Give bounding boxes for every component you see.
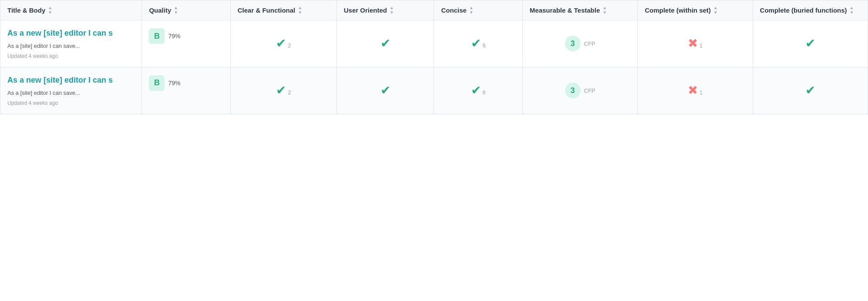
row-title-link[interactable]: As a new [site] editor I can s	[7, 75, 135, 85]
col-header-user[interactable]: User Oriented ▲▼	[336, 0, 434, 20]
row-title-link[interactable]: As a new [site] editor I can s	[7, 28, 135, 38]
cell-title-1: As a new [site] editor I can s As a [sit…	[0, 67, 142, 114]
complete-set-sub-num: 1	[700, 90, 703, 96]
quality-pct: 79%	[168, 33, 180, 40]
cfp-circle: 3	[565, 36, 581, 51]
clear-sub-num: 2	[288, 43, 291, 49]
sort-icon-concise[interactable]: ▲▼	[469, 6, 474, 15]
cell-complete-buried-1: ✔	[753, 67, 868, 114]
col-header-quality[interactable]: Quality ▲▼	[142, 0, 230, 20]
concise-sub-num: 6	[483, 43, 486, 49]
cell-quality-1: B 79%	[142, 67, 230, 114]
sort-icon-complete-buried[interactable]: ▲▼	[850, 6, 854, 15]
header-row: Title & Body ▲▼ Quality ▲▼ Clear & Funct…	[0, 0, 868, 20]
row-updated: Updated 4 weeks ago	[7, 53, 135, 59]
col-title-label: Title & Body	[7, 7, 45, 14]
cell-complete-set-0: ✖ 1	[638, 20, 753, 67]
sort-icon-quality[interactable]: ▲▼	[174, 6, 178, 15]
main-table: Title & Body ▲▼ Quality ▲▼ Clear & Funct…	[0, 0, 868, 114]
cell-user-1: ✔	[336, 67, 434, 114]
cell-quality-0: B 79%	[142, 20, 230, 67]
complete-set-sub-num: 1	[700, 43, 703, 49]
sort-icon-title[interactable]: ▲▼	[48, 6, 52, 15]
cell-concise-0: ✔ 6	[434, 20, 522, 67]
table-row: As a new [site] editor I can s As a [sit…	[0, 20, 868, 67]
cell-complete-buried-0: ✔	[753, 20, 868, 67]
cell-measurable-1: 3 CFP	[522, 67, 637, 114]
grade-badge: B	[149, 75, 165, 91]
quality-pct: 79%	[168, 80, 180, 87]
row-updated: Updated 4 weeks ago	[7, 100, 135, 106]
cross-icon-complete-set: ✖	[688, 37, 698, 50]
col-user-label: User Oriented	[344, 7, 387, 14]
col-header-measurable[interactable]: Measurable & Testable ▲▼	[522, 0, 637, 20]
grade-badge: B	[149, 28, 165, 44]
sort-icon-clear[interactable]: ▲▼	[298, 6, 302, 15]
cfp-label: CFP	[584, 87, 595, 94]
cell-clear-0: ✔ 2	[230, 20, 336, 67]
col-complete-buried-label: Complete (buried functions)	[760, 7, 847, 14]
table-row: As a new [site] editor I can s As a [sit…	[0, 67, 868, 114]
sort-icon-measurable[interactable]: ▲▼	[602, 6, 607, 15]
col-quality-label: Quality	[149, 7, 171, 14]
clear-sub-num: 2	[288, 90, 291, 96]
cell-complete-set-1: ✖ 1	[638, 67, 753, 114]
col-clear-label: Clear & Functional	[238, 7, 296, 14]
row-body-text: As a [site] editor I can save...	[7, 89, 135, 97]
cell-clear-1: ✔ 2	[230, 67, 336, 114]
cfp-label: CFP	[584, 40, 595, 47]
check-icon-clear: ✔	[276, 37, 286, 50]
cross-icon-complete-set: ✖	[688, 84, 698, 97]
cell-measurable-0: 3 CFP	[522, 20, 637, 67]
sort-icon-complete-set[interactable]: ▲▼	[713, 6, 718, 15]
check-icon-complete-buried: ✔	[805, 37, 815, 50]
col-header-concise[interactable]: Concise ▲▼	[434, 0, 522, 20]
check-icon-user: ✔	[380, 37, 390, 50]
check-icon-concise: ✔	[471, 37, 481, 50]
row-body-text: As a [site] editor I can save...	[7, 42, 135, 50]
col-header-title[interactable]: Title & Body ▲▼	[0, 0, 142, 20]
sort-icon-user[interactable]: ▲▼	[390, 6, 394, 15]
col-complete-set-label: Complete (within set)	[645, 7, 711, 14]
concise-sub-num: 6	[483, 90, 486, 96]
cell-title-0: As a new [site] editor I can s As a [sit…	[0, 20, 142, 67]
col-header-complete-buried[interactable]: Complete (buried functions) ▲▼	[753, 0, 868, 20]
col-header-complete-set[interactable]: Complete (within set) ▲▼	[638, 0, 753, 20]
col-concise-label: Concise	[441, 7, 466, 14]
cfp-circle: 3	[565, 83, 581, 98]
cell-concise-1: ✔ 6	[434, 67, 522, 114]
col-measurable-label: Measurable & Testable	[530, 7, 600, 14]
check-icon-concise: ✔	[471, 84, 481, 97]
col-header-clear[interactable]: Clear & Functional ▲▼	[230, 0, 336, 20]
check-icon-user: ✔	[380, 84, 390, 97]
check-icon-complete-buried: ✔	[805, 84, 815, 97]
cell-user-0: ✔	[336, 20, 434, 67]
check-icon-clear: ✔	[276, 84, 286, 97]
